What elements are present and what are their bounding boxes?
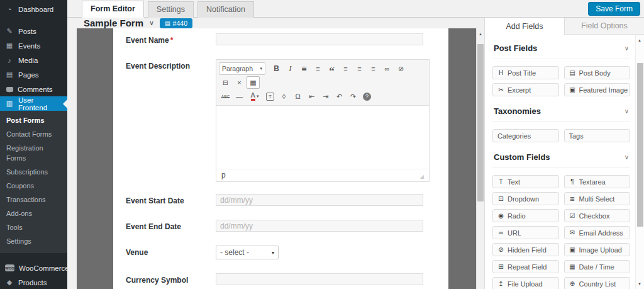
dropdown-icon: ⊡ (497, 195, 504, 202)
sidebar-item-posts[interactable]: ✎ Posts (0, 24, 67, 38)
canvas-right-margin (448, 28, 476, 289)
sidebar-item-pages[interactable]: ▤ Pages (0, 67, 67, 82)
redo-icon[interactable]: ↷ (347, 90, 360, 103)
add-field-tags[interactable]: Tags (564, 129, 631, 142)
toolbar-toggle-icon[interactable]: ▦ (247, 76, 260, 89)
unlink-icon[interactable]: ⊘ (394, 62, 408, 75)
align-center-icon[interactable]: ≡ (353, 62, 366, 75)
event-end-date-input[interactable] (216, 220, 423, 232)
form-title-chevron-icon[interactable]: ∨ (149, 19, 154, 27)
add-field-categories[interactable]: Categories (492, 129, 559, 142)
text-color-icon[interactable]: A ▾ (247, 90, 263, 103)
add-field-repeat-field[interactable]: ⊞ Repeat Field (492, 260, 559, 273)
add-field-excerpt[interactable]: ✂ Excerpt (492, 83, 559, 96)
submenu-item-settings[interactable]: Settings (0, 234, 67, 248)
sidebar-item-events[interactable]: ▦ Events (0, 38, 67, 53)
save-form-button[interactable]: Save Form (588, 2, 640, 16)
fullscreen-icon[interactable]: × (233, 76, 246, 89)
add-field-text[interactable]: T Text (492, 175, 559, 188)
tab-add-fields[interactable]: Add Fields (485, 18, 564, 35)
resize-handle-icon[interactable]: ◢ (420, 174, 424, 179)
form-id-badge[interactable]: ▤ #440 (160, 18, 192, 28)
sidebar-item-media[interactable]: ♪ Media (0, 53, 67, 67)
add-field-date-time[interactable]: ▦ Date / Time (564, 260, 631, 273)
add-field-multi-select[interactable]: ≣ Multi Select (564, 192, 631, 205)
horizontal-rule-icon[interactable]: — (233, 90, 246, 103)
heading-icon: H (497, 69, 504, 76)
editor-status-bar: p ◢ (216, 169, 429, 181)
scrollbar-thumb[interactable] (477, 44, 484, 201)
add-field-file-upload[interactable]: ↥ File Upload (492, 277, 559, 289)
indent-icon[interactable]: ⇥ (319, 90, 332, 103)
section-taxonomies[interactable]: Taxonomies ∨ (492, 100, 630, 122)
add-field-post-title[interactable]: H Post Title (492, 66, 559, 79)
currency-symbol-input[interactable] (216, 273, 423, 285)
add-field-hidden-field[interactable]: ⊘ Hidden Field (492, 243, 559, 256)
submenu-item-transactions[interactable]: Transactions (0, 193, 67, 207)
add-field-textarea[interactable]: ¶ Textarea (564, 175, 631, 188)
section-title: Taxonomies (494, 106, 541, 116)
submenu-item-post-forms[interactable]: Post Forms (0, 113, 67, 127)
editor-content-area[interactable] (216, 106, 429, 169)
align-right-icon[interactable]: ≡ (367, 62, 380, 75)
field-label: Event Name* (126, 33, 216, 45)
add-field-email-address[interactable]: ✉ Email Address (564, 226, 631, 239)
tab-form-editor[interactable]: Form Editor (82, 1, 144, 18)
tab-field-options[interactable]: Field Options (564, 18, 644, 35)
undo-icon[interactable]: ↶ (333, 90, 346, 103)
scroll-up-icon[interactable]: ▲ (636, 36, 643, 44)
venue-select[interactable]: - select - ▾ (216, 246, 279, 259)
scrollbar-thumb[interactable] (637, 63, 643, 227)
help-icon[interactable]: ? (360, 90, 374, 103)
submenu-item-coupons[interactable]: Coupons (0, 179, 67, 193)
scroll-up-icon[interactable]: ▲ (477, 30, 484, 38)
field-label: Event Start Date (126, 194, 216, 206)
sidebar-item-dashboard[interactable]: ◔ Dashboard (0, 2, 67, 16)
tab-notification[interactable]: Notification (197, 1, 254, 18)
strikethrough-icon[interactable]: ABC (219, 90, 232, 103)
scroll-down-icon[interactable]: ▼ (636, 280, 643, 288)
sidebar-item-products[interactable]: ◆ Products (0, 275, 67, 289)
section-post-fields[interactable]: Post Fields ∨ (492, 37, 630, 59)
chevron-down-icon: ▾ (272, 250, 274, 256)
bold-icon[interactable]: B (270, 62, 283, 75)
align-left-icon[interactable]: ≡ (339, 62, 352, 75)
add-field-featured-image[interactable]: ▣ Featured Image (564, 83, 631, 96)
calendar-icon: ▦ (569, 263, 576, 270)
panel-scrollbar[interactable]: ▲ ▼ (635, 35, 644, 289)
canvas-left-margin (77, 28, 113, 289)
outdent-icon[interactable]: ⇤ (305, 90, 318, 103)
event-start-date-input[interactable] (216, 194, 423, 206)
link-icon[interactable]: ∞ (380, 62, 394, 75)
add-field-checkbox[interactable]: ☑ Checkbox (564, 209, 631, 222)
clear-formatting-icon[interactable]: ◊ (277, 90, 291, 103)
add-field-url[interactable]: ∞ URL (492, 226, 559, 239)
submenu-item-add-ons[interactable]: Add-ons (0, 207, 67, 220)
submenu-item-registration-forms[interactable]: Registration Forms (0, 141, 67, 165)
section-custom-fields[interactable]: Custom Fields ∨ (492, 146, 630, 168)
sidebar-item-woocommerce[interactable]: WOO WooCommerce (0, 261, 67, 275)
special-character-icon[interactable]: Ω (291, 90, 304, 103)
add-field-radio[interactable]: ◉ Radio (492, 209, 559, 222)
italic-icon[interactable]: I (284, 62, 297, 75)
radio-icon: ◉ (497, 212, 504, 219)
add-field-dropdown[interactable]: ⊡ Dropdown (492, 192, 559, 205)
more-tag-icon[interactable]: ⊟ (219, 76, 232, 89)
bullet-list-icon[interactable]: ≣ (297, 62, 311, 75)
paste-as-text-icon[interactable]: T (264, 90, 277, 103)
add-field-image-upload[interactable]: ▣ Image Upload (564, 243, 631, 256)
sidebar-item-comments[interactable]: Comments (0, 82, 67, 96)
canvas-scrollbar[interactable]: ▲ ▼ (476, 28, 484, 289)
image-icon: ▣ (569, 86, 576, 93)
tab-settings[interactable]: Settings (148, 1, 194, 18)
submenu-item-subscriptions[interactable]: Subscriptions (0, 165, 67, 179)
event-name-input[interactable] (216, 33, 423, 45)
submenu-item-tools[interactable]: Tools (0, 220, 67, 234)
numbered-list-icon[interactable]: ≡ (311, 62, 325, 75)
blockquote-icon[interactable]: “ (325, 62, 338, 75)
submenu-item-contact-forms[interactable]: Contact Forms (0, 127, 67, 141)
add-field-country-list[interactable]: ⊕ Country List (564, 277, 631, 289)
add-field-post-body[interactable]: ▤ Post Body (564, 66, 631, 79)
sidebar-item-user-frontend[interactable]: ▥ User Frontend (0, 96, 67, 111)
format-select[interactable]: Paragraph ▾ (219, 62, 265, 75)
